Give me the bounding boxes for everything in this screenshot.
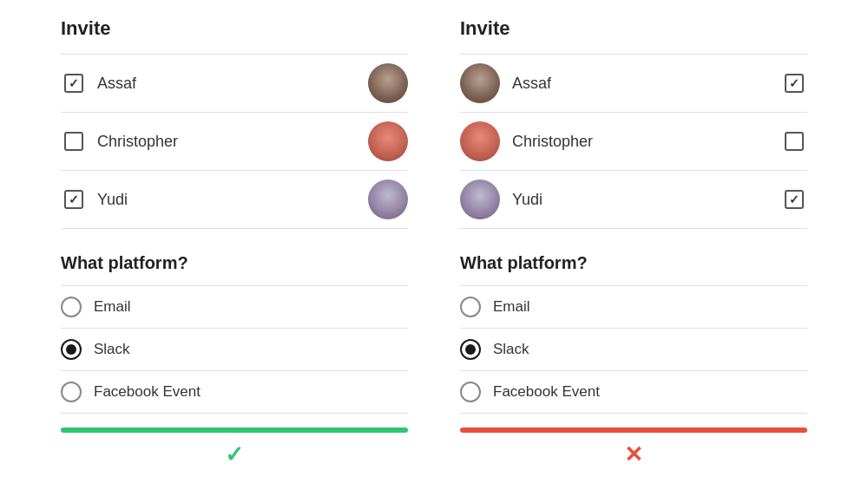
platform-name-email-right: Email: [493, 298, 530, 316]
platform-slack-right[interactable]: Slack: [460, 329, 807, 371]
main-content: Invite Assaf Christopher: [0, 17, 868, 468]
checkbox-assaf-left[interactable]: [64, 74, 83, 93]
invite-item-assaf-right: Assaf: [460, 55, 807, 113]
person-name-assaf-right: Assaf: [512, 75, 774, 93]
invite-title-right: Invite: [460, 17, 807, 40]
check-icon-left: ✓: [225, 441, 244, 468]
platform-email-left[interactable]: Email: [61, 286, 408, 329]
person-name-assaf-left: Assaf: [97, 75, 368, 93]
person-name-yudi-left: Yudi: [97, 191, 368, 209]
bottom-bar-right: [460, 428, 807, 433]
checkbox-yudi-left[interactable]: [64, 190, 83, 209]
avatar-yudi-right: [460, 179, 500, 219]
platform-title-left: What platform?: [61, 253, 408, 273]
bottom-bar-left: [61, 428, 408, 433]
checkbox-wrap-assaf-left[interactable]: [61, 74, 87, 93]
radio-wrap-email-left: [61, 297, 82, 317]
invite-item-christopher-left: Christopher: [61, 113, 408, 171]
avatar-assaf-right: [460, 63, 500, 103]
platform-name-slack-left: Slack: [94, 341, 130, 358]
platform-list-right: Email Slack Facebook Event: [460, 285, 807, 414]
avatar-christopher-left: [368, 121, 408, 161]
platform-email-right[interactable]: Email: [460, 286, 807, 329]
platform-list-left: Email Slack Facebook Event: [61, 285, 408, 414]
platform-section-right: What platform? Email Slack: [460, 253, 807, 414]
person-name-christopher-right: Christopher: [512, 133, 774, 151]
platform-name-slack-right: Slack: [493, 341, 529, 358]
checkbox-wrap-yudi-right[interactable]: [781, 190, 807, 209]
platform-section-left: What platform? Email Slack: [61, 253, 408, 414]
radio-wrap-slack-right: [460, 339, 481, 360]
platform-name-facebook-left: Facebook Event: [94, 383, 201, 401]
person-name-christopher-left: Christopher: [97, 133, 368, 151]
panel-right: Invite Assaf Christopher Y: [460, 17, 807, 468]
radio-wrap-facebook-right: [460, 382, 481, 402]
cross-icon-right: ✕: [624, 441, 643, 468]
person-name-yudi-right: Yudi: [512, 191, 774, 209]
invite-list-left: Assaf Christopher Yudi: [61, 54, 408, 229]
invite-item-christopher-right: Christopher: [460, 113, 807, 171]
checkbox-wrap-christopher-right[interactable]: [781, 132, 807, 151]
invite-title-left: Invite: [61, 17, 408, 40]
radio-slack-right[interactable]: [460, 339, 481, 360]
invite-list-right: Assaf Christopher Yudi: [460, 54, 807, 229]
radio-slack-left[interactable]: [61, 339, 82, 360]
platform-slack-left[interactable]: Slack: [61, 329, 408, 371]
panel-left: Invite Assaf Christopher: [61, 17, 408, 468]
avatar-assaf-left: [368, 63, 408, 103]
bottom-icon-right: ✕: [460, 441, 807, 468]
platform-facebook-left[interactable]: Facebook Event: [61, 371, 408, 414]
bottom-icon-left: ✓: [61, 441, 408, 468]
radio-facebook-right[interactable]: [460, 382, 481, 402]
avatar-christopher-right: [460, 121, 500, 161]
radio-wrap-facebook-left: [61, 382, 82, 402]
checkbox-yudi-right[interactable]: [785, 190, 804, 209]
invite-item-assaf-left: Assaf: [61, 55, 408, 113]
checkbox-christopher-left[interactable]: [64, 132, 83, 151]
checkbox-wrap-assaf-right[interactable]: [781, 74, 807, 93]
radio-facebook-left[interactable]: [61, 382, 82, 402]
invite-item-yudi-left: Yudi: [61, 171, 408, 229]
platform-name-facebook-right: Facebook Event: [493, 383, 600, 401]
checkbox-wrap-christopher-left[interactable]: [61, 132, 87, 151]
radio-email-left[interactable]: [61, 297, 82, 317]
radio-wrap-slack-left: [61, 339, 82, 360]
radio-email-right[interactable]: [460, 297, 481, 317]
invite-item-yudi-right: Yudi: [460, 171, 807, 229]
checkbox-christopher-right[interactable]: [785, 132, 804, 151]
avatar-yudi-left: [368, 179, 408, 219]
platform-facebook-right[interactable]: Facebook Event: [460, 371, 807, 414]
platform-name-email-left: Email: [94, 298, 131, 316]
checkbox-assaf-right[interactable]: [785, 74, 804, 93]
radio-wrap-email-right: [460, 297, 481, 317]
platform-title-right: What platform?: [460, 253, 807, 273]
checkbox-wrap-yudi-left[interactable]: [61, 190, 87, 209]
